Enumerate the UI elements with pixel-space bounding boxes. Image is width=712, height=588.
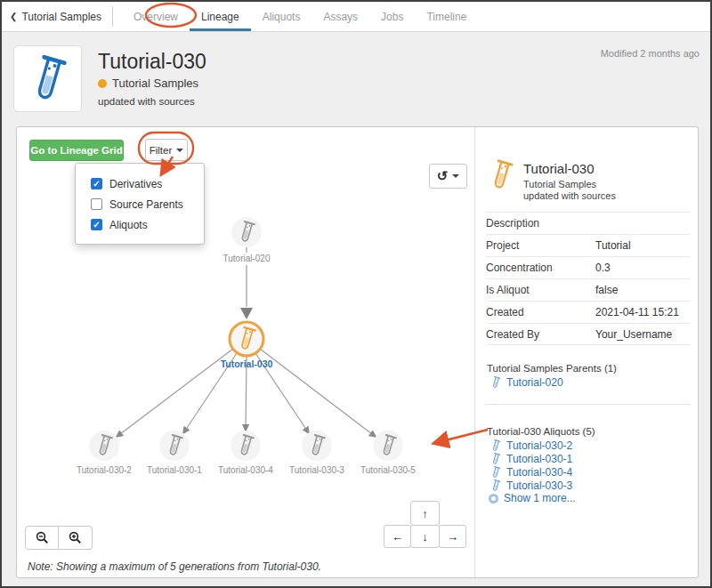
derivatives-label: Derivatives bbox=[109, 178, 162, 190]
row-value: 0.3 bbox=[595, 262, 611, 274]
filter-button-label: Filter bbox=[150, 145, 173, 156]
row-value: 2021-04-11 15:21 bbox=[595, 306, 679, 318]
sample-tube-icon bbox=[28, 52, 69, 107]
lineage-node-selected[interactable]: Tutorial-030 bbox=[221, 322, 273, 369]
row-label: Description bbox=[486, 217, 595, 230]
tube-icon bbox=[490, 375, 501, 390]
details-sample-type: Tutorial Samples bbox=[523, 179, 596, 189]
lineage-node-child[interactable]: Tutorial-030-1 bbox=[147, 431, 202, 475]
go-to-lineage-grid-button[interactable]: Go to Lineage Grid bbox=[29, 140, 124, 161]
tab-lineage[interactable]: Lineage bbox=[190, 2, 251, 31]
caret-down-icon bbox=[452, 174, 459, 178]
lineage-node-child[interactable]: Tutorial-030-3 bbox=[289, 431, 344, 475]
back-chevron-icon: ❮ bbox=[10, 12, 17, 21]
table-row: Project Tutorial bbox=[486, 234, 690, 256]
node-label-child: Tutorial-030-1 bbox=[147, 465, 202, 475]
tab-aliquots[interactable]: Aliquots bbox=[251, 2, 312, 31]
parent-link-item: Tutorial-020 bbox=[490, 375, 563, 390]
derivatives-checkbox[interactable] bbox=[91, 178, 102, 189]
tube-icon bbox=[490, 452, 501, 466]
table-row: Created 2021-04-11 15:21 bbox=[486, 301, 690, 323]
details-description: updated with sources bbox=[523, 190, 616, 201]
aliquots-heading: Tutorial-030 Aliquots (5) bbox=[487, 426, 595, 437]
row-label: Concentration bbox=[486, 262, 595, 274]
table-row: Description bbox=[486, 212, 690, 234]
aliquot-link[interactable]: Tutorial-030-3 bbox=[506, 479, 572, 492]
menu-item-derivatives[interactable]: Derivatives bbox=[91, 173, 204, 194]
node-label-child: Tutorial-030-5 bbox=[360, 465, 416, 475]
aliquot-link-item: Tutorial-030-3 bbox=[490, 479, 572, 493]
sample-icon-card bbox=[13, 45, 82, 112]
back-link-label: Tutorial Samples bbox=[21, 11, 101, 23]
tube-icon bbox=[490, 439, 501, 453]
sample-description: updated with sources bbox=[98, 96, 195, 107]
row-value: Tutorial bbox=[595, 239, 631, 252]
tab-bar: Overview Lineage Aliquots Assays Jobs Ti… bbox=[122, 2, 478, 31]
node-label-child: Tutorial-030-4 bbox=[218, 465, 273, 475]
show-more-item: Show 1 more... bbox=[489, 492, 576, 504]
node-label-child: Tutorial-030-3 bbox=[289, 465, 344, 475]
aliquot-link-item: Tutorial-030-4 bbox=[490, 465, 572, 479]
filter-button[interactable]: Filter bbox=[145, 139, 188, 161]
caret-down-icon bbox=[176, 149, 183, 152]
show-more-ring-icon bbox=[489, 494, 498, 503]
details-title: Tutorial-030 bbox=[523, 161, 594, 176]
created-by-link[interactable]: Your_Username bbox=[595, 328, 672, 341]
parent-link[interactable]: Tutorial-020 bbox=[506, 376, 563, 389]
edge-arrowhead bbox=[240, 308, 253, 319]
show-more-link[interactable]: Show 1 more... bbox=[504, 492, 576, 504]
row-label: Is Aliquot bbox=[486, 284, 595, 296]
tab-overview[interactable]: Overview bbox=[122, 2, 190, 31]
top-navigation: ❮ Tutorial Samples Overview Lineage Aliq… bbox=[2, 2, 710, 32]
row-label: Created By bbox=[486, 328, 595, 341]
menu-item-aliquots[interactable]: Aliquots bbox=[91, 214, 204, 235]
sample-type-dot-icon bbox=[98, 79, 107, 88]
page-title: Tutorial-030 bbox=[98, 50, 206, 74]
source-parents-checkbox[interactable] bbox=[91, 198, 102, 210]
generations-note: Note: Showing a maximum of 5 generations… bbox=[28, 560, 321, 573]
lineage-node-child[interactable]: Tutorial-030-2 bbox=[77, 431, 132, 475]
tube-icon bbox=[490, 479, 501, 493]
lineage-node-child[interactable]: Tutorial-030-5 bbox=[360, 431, 416, 475]
section-divider bbox=[484, 404, 690, 405]
source-parents-label: Source Parents bbox=[109, 198, 183, 211]
tube-icon bbox=[490, 465, 501, 479]
back-link[interactable]: ❮ Tutorial Samples bbox=[2, 2, 112, 31]
node-label-parent: Tutorial-020 bbox=[223, 254, 271, 263]
menu-item-source-parents[interactable]: Source Parents bbox=[91, 194, 204, 214]
modified-timestamp: Modified 2 months ago bbox=[601, 48, 700, 59]
node-label-selected: Tutorial-030 bbox=[221, 358, 273, 369]
parents-heading: Tutorial Samples Parents (1) bbox=[487, 363, 617, 374]
lineage-node-child[interactable]: Tutorial-030-4 bbox=[218, 431, 273, 475]
filter-dropdown-menu: Derivatives Source Parents Aliquots bbox=[75, 163, 205, 245]
row-label: Created bbox=[486, 306, 595, 318]
tab-jobs[interactable]: Jobs bbox=[369, 2, 415, 31]
node-label-child: Tutorial-030-2 bbox=[77, 465, 132, 475]
row-value: false bbox=[595, 284, 618, 296]
aliquot-link[interactable]: Tutorial-030-4 bbox=[506, 466, 572, 479]
details-table: Description Project Tutorial Concentrati… bbox=[486, 212, 690, 345]
details-sidebar: Tutorial-030 Tutorial Samples updated wi… bbox=[474, 127, 699, 577]
aliquot-link-item: Tutorial-030-2 bbox=[490, 439, 572, 453]
sample-type-row: Tutorial Samples bbox=[98, 77, 198, 90]
tab-assays[interactable]: Assays bbox=[312, 2, 369, 31]
sample-type-label: Tutorial Samples bbox=[112, 77, 198, 90]
lineage-node-parent[interactable]: Tutorial-020 bbox=[223, 217, 271, 263]
row-label: Project bbox=[486, 239, 595, 252]
nav-divider bbox=[112, 6, 113, 27]
lineage-panel: Go to Lineage Grid Filter Derivatives So… bbox=[16, 126, 699, 578]
tab-timeline[interactable]: Timeline bbox=[415, 2, 478, 31]
aliquot-link-item: Tutorial-030-1 bbox=[490, 452, 572, 466]
aliquot-link[interactable]: Tutorial-030-2 bbox=[506, 439, 572, 452]
aliquots-label: Aliquots bbox=[109, 219, 148, 231]
app-window: ❮ Tutorial Samples Overview Lineage Aliq… bbox=[0, 0, 712, 588]
aliquots-checkbox[interactable] bbox=[91, 219, 102, 230]
aliquot-link[interactable]: Tutorial-030-1 bbox=[506, 453, 572, 465]
table-row: Concentration 0.3 bbox=[486, 256, 690, 278]
table-row: Is Aliquot false bbox=[486, 278, 690, 301]
details-tube-icon bbox=[488, 157, 514, 194]
table-row: Created By Your_Username bbox=[486, 323, 690, 345]
